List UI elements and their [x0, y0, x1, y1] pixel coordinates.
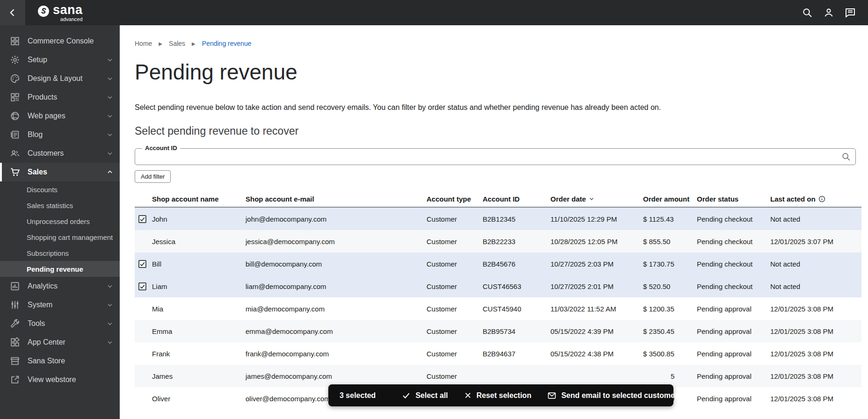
cell-shop-account-name: Oliver	[149, 395, 242, 403]
cell-checkbox[interactable]	[135, 282, 149, 290]
cell-last-acted-on: 12/01/2025 3:08 PM	[767, 395, 861, 403]
search-icon[interactable]	[841, 152, 851, 162]
sidebar-item-label: Sales	[28, 168, 99, 176]
info-icon[interactable]	[818, 195, 825, 202]
table-row[interactable]: Johnjohn@democompany.comCustomerB2B12345…	[135, 208, 861, 230]
sidebar-subitem-sales-statistics[interactable]: Sales statistics	[0, 197, 120, 213]
sidebar-item-view-webstore[interactable]: View webstore	[0, 370, 120, 389]
sidebar-item-label: Tools	[28, 319, 99, 328]
column-order-amount[interactable]: Order amount	[640, 195, 694, 203]
sidebar-item-blog[interactable]: Blog	[0, 125, 120, 144]
sidebar-item-app-center[interactable]: App Center	[0, 333, 120, 352]
back-button[interactable]	[0, 0, 25, 25]
logo-subtext: advanced	[60, 17, 83, 22]
sidebar-subitem-shopping-cart-management[interactable]: Shopping cart management	[0, 229, 120, 245]
sliders-icon	[9, 300, 20, 311]
breadcrumb-current[interactable]: Pending revenue	[202, 40, 252, 47]
table-row[interactable]: Jessicajessica@democompany.comCustomerB2…	[135, 230, 861, 253]
cell-last-acted-on: 12/01/2025 3:08 PM	[767, 372, 861, 380]
table-row[interactable]: Frankfrank@democompany.comCustomerB2B946…	[135, 342, 861, 365]
cell-shop-account-email: mia@democompany.com	[242, 305, 423, 313]
search-icon[interactable]	[802, 7, 813, 18]
sidebar-item-setup[interactable]: Setup	[0, 51, 120, 69]
chevron-down-icon	[107, 150, 113, 157]
cell-checkbox[interactable]	[135, 260, 149, 268]
sidebar-subitem-discounts[interactable]: Discounts	[0, 181, 120, 197]
breadcrumb-home[interactable]: Home	[135, 40, 152, 47]
column-order-status[interactable]: Order status	[694, 195, 767, 203]
column-last-acted-on[interactable]: Last acted on	[767, 195, 861, 203]
section-heading: Select pending revenue to recover	[135, 125, 861, 137]
sidebar-item-analytics[interactable]: Analytics	[0, 277, 120, 296]
chevron-left-icon	[8, 8, 17, 17]
cell-shop-account-name: Jessica	[149, 238, 242, 246]
gear-icon	[9, 55, 20, 65]
row-checkbox[interactable]	[138, 215, 146, 223]
column-order-date[interactable]: Order date	[547, 195, 640, 203]
page-title: Pending revenue	[135, 59, 861, 85]
products-icon	[9, 92, 20, 103]
column-account-type[interactable]: Account type	[423, 195, 479, 203]
sana-logo: sana advanced	[37, 4, 83, 22]
cell-order-status: Pending approval	[694, 327, 767, 335]
cell-order-date: 11/03/2022 11:52 AM	[547, 305, 640, 313]
send-email-button[interactable]: Send email to selected customers	[547, 391, 682, 400]
account-icon[interactable]	[823, 7, 834, 18]
logo-text: sana	[53, 4, 83, 16]
sidebar-item-sales[interactable]: Sales	[0, 163, 120, 181]
sidebar-item-design-layout[interactable]: Design & Layout	[0, 69, 120, 88]
cart-icon	[9, 167, 20, 178]
table-row[interactable]: Miamia@democompany.comCustomerCUST459401…	[135, 297, 861, 320]
cell-order-status: Pending approval	[694, 350, 767, 358]
breadcrumb: Home ▶ Sales ▶ Pending revenue	[135, 40, 861, 47]
table-row[interactable]: Liamliam@democompany.comCustomerCUST4656…	[135, 275, 861, 297]
select-all-button[interactable]: Select all	[402, 391, 448, 400]
chevron-down-icon	[107, 57, 113, 63]
sidebar-item-label: App Center	[28, 338, 99, 347]
cell-last-acted-on: 12/01/2025 3:07 PM	[767, 238, 861, 246]
add-filter-button[interactable]: Add filter	[135, 170, 171, 183]
column-account-id[interactable]: Account ID	[479, 195, 547, 203]
cell-checkbox[interactable]	[135, 215, 149, 223]
sidebar-item-products[interactable]: Products	[0, 88, 120, 107]
sidebar-item-sana-store[interactable]: Sana Store	[0, 352, 120, 370]
cell-account-id: CUST45940	[479, 305, 547, 313]
sidebar-item-web-pages[interactable]: Web pages	[0, 107, 120, 125]
cell-order-amount: $ 2350.45	[640, 327, 694, 335]
column-shop-account-email[interactable]: Shop account e-mail	[242, 195, 423, 203]
cell-last-acted-on: 12/01/2025 3:08 PM	[767, 350, 861, 358]
sidebar-item-customers[interactable]: Customers	[0, 144, 120, 163]
sidebar-item-tools[interactable]: Tools	[0, 314, 120, 333]
breadcrumb-sales[interactable]: Sales	[169, 40, 185, 47]
cell-last-acted-on: 12/01/2025 3:08 PM	[767, 305, 861, 313]
account-id-input[interactable]	[135, 148, 856, 165]
cell-order-status: Pending approval	[694, 305, 767, 313]
sidebar-subitem-unprocessed-orders[interactable]: Unprocessed orders	[0, 213, 120, 229]
feedback-icon[interactable]	[845, 7, 856, 18]
cell-account-type: Customer	[423, 260, 479, 268]
cell-order-amount: $ 520.50	[640, 282, 694, 290]
sidebar-subitem-pending-revenue[interactable]: Pending revenue	[0, 261, 120, 277]
reset-selection-button[interactable]: Reset selection	[464, 391, 531, 400]
cell-shop-account-name: James	[149, 372, 242, 380]
row-checkbox[interactable]	[138, 282, 146, 290]
chevron-down-icon	[107, 113, 113, 119]
cell-account-id: B2B95734	[479, 327, 547, 335]
sidebar-subitem-subscriptions[interactable]: Subscriptions	[0, 245, 120, 261]
cell-order-amount: $ 1125.43	[640, 215, 694, 223]
table-row[interactable]: Emmaemma@democompany.comCustomerB2B95734…	[135, 320, 861, 342]
check-icon	[402, 391, 411, 400]
sidebar-subitem-label: Discounts	[27, 186, 58, 194]
sidebar-item-label: Customers	[28, 149, 99, 158]
column-shop-account-name[interactable]: Shop account name	[149, 195, 242, 203]
sidebar-item-label: Commerce Console	[28, 37, 113, 45]
cell-account-id: B2B45676	[479, 260, 547, 268]
cell-account-type: Customer	[423, 372, 479, 380]
row-checkbox[interactable]	[138, 260, 146, 268]
chevron-down-icon	[107, 75, 113, 82]
table-row[interactable]: Jamesjames@democompany.comCustomer5Pendi…	[135, 365, 861, 387]
cell-shop-account-email: james@democompany.com	[242, 372, 423, 380]
table-row[interactable]: Billbill@democompany.comCustomerB2B45676…	[135, 253, 861, 275]
sidebar-item-system[interactable]: System	[0, 296, 120, 314]
sidebar-item-commerce-console[interactable]: Commerce Console	[0, 32, 120, 51]
